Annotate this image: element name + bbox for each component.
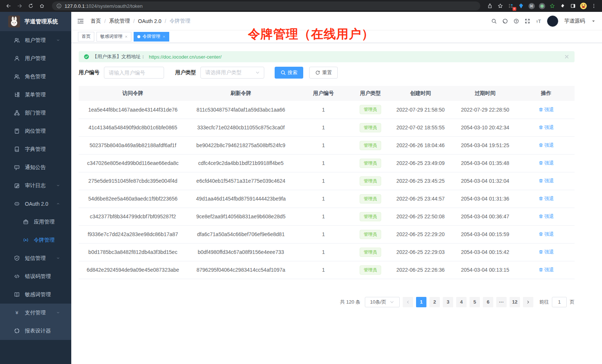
svg-text:A: A xyxy=(25,239,27,241)
puzzle-extension-icon[interactable] xyxy=(558,2,567,10)
address-bar[interactable]: 127.0.0.1:1024/system/oauth2/token xyxy=(52,1,480,10)
page-button-4[interactable]: 4 xyxy=(456,297,467,307)
prev-page-button[interactable] xyxy=(403,297,413,307)
chrome-menu-icon[interactable] xyxy=(589,2,598,10)
post-icon xyxy=(14,128,20,134)
share-icon[interactable] xyxy=(485,2,494,10)
font-size-icon[interactable]: TT xyxy=(536,19,541,24)
next-page-button[interactable] xyxy=(523,297,533,307)
svg-text:¥: ¥ xyxy=(15,310,19,315)
page-button-1[interactable]: 1 xyxy=(416,297,426,307)
breadcrumb-item[interactable]: OAuth 2.0 xyxy=(138,18,161,24)
sidebar-item-字典管理[interactable]: 字典管理 xyxy=(0,140,71,158)
user-type-badge: 管理员 xyxy=(360,176,381,186)
sidebar-item-岗位管理[interactable]: 岗位管理 xyxy=(0,122,71,140)
sidebar-item-角色管理[interactable]: 角色管理 xyxy=(0,67,71,86)
force-logout-button[interactable]: 强退 xyxy=(539,267,554,273)
force-logout-button[interactable]: 强退 xyxy=(539,249,554,255)
sidebar-item-审计日志[interactable]: 审计日志 xyxy=(0,176,71,195)
tab-close-icon[interactable] xyxy=(163,35,166,38)
sidebar-panel-icon[interactable] xyxy=(569,2,578,10)
kite-extension-icon[interactable] xyxy=(517,2,526,10)
sidebar-item-部门管理[interactable]: 部门管理 xyxy=(0,104,71,122)
force-logout-button[interactable]: 强退 xyxy=(539,142,554,149)
github-icon[interactable] xyxy=(503,19,508,24)
sidebar-item-label: 用户管理 xyxy=(25,55,65,62)
sidebar-toggle-icon[interactable] xyxy=(77,18,84,24)
tab-敏感词管理[interactable]: 敏感词管理 xyxy=(96,32,131,42)
user-type-cell: 管理员 xyxy=(352,119,389,136)
actions-cell: 强退 xyxy=(518,225,575,243)
sidebar-item-应用管理[interactable]: 应用管理 xyxy=(0,213,71,231)
user-id-input[interactable] xyxy=(104,67,164,79)
user-name[interactable]: 芋道源码 xyxy=(564,18,585,24)
user-type-select[interactable]: 请选择用户类型 xyxy=(200,67,264,79)
green-star-extension-icon[interactable] xyxy=(548,2,557,10)
app-title: 芋道管理系统 xyxy=(24,18,58,25)
extension-grid-icon[interactable]: 9 xyxy=(506,2,515,10)
sidebar-item-错误码管理[interactable]: 错误码管理 xyxy=(0,267,71,285)
force-logout-button[interactable]: 强退 xyxy=(539,231,554,238)
sidebar-item-label: 错误码管理 xyxy=(25,273,65,280)
profile-emoji-icon[interactable] xyxy=(579,2,588,10)
avatar[interactable] xyxy=(547,16,558,27)
back-icon[interactable] xyxy=(4,1,13,11)
forward-icon[interactable] xyxy=(15,1,24,11)
search-icon[interactable] xyxy=(491,19,497,24)
sidebar-item-用户管理[interactable]: 用户管理 xyxy=(0,49,71,67)
sidebar-item-OAuth 2.0[interactable]: OAuth 2.0 xyxy=(0,195,71,213)
sidebar-item-短信管理[interactable]: 短信管理 xyxy=(0,249,71,267)
reload-icon[interactable] xyxy=(26,1,36,11)
success-check-icon xyxy=(84,54,89,59)
breadcrumb-separator: / xyxy=(133,18,135,24)
help-icon[interactable] xyxy=(514,19,519,24)
page-more-button[interactable]: ··· xyxy=(496,297,507,307)
force-logout-button[interactable]: 强退 xyxy=(539,124,554,131)
alert-link[interactable]: https://doc.iocoder.cn/user-center/ xyxy=(149,54,222,60)
bookmark-star-icon[interactable] xyxy=(496,2,505,10)
goto-page-input[interactable] xyxy=(552,297,567,307)
alert-close-icon[interactable] xyxy=(564,54,569,59)
page-size-select[interactable]: 10条/页 xyxy=(365,297,400,307)
logo-bar[interactable]: 芋道管理系统 xyxy=(0,12,71,31)
actions-cell: 强退 xyxy=(518,208,575,225)
user-type-badge: 管理员 xyxy=(360,265,381,275)
force-logout-button[interactable]: 强退 xyxy=(539,195,554,202)
record-extension-icon[interactable] xyxy=(537,2,546,10)
sidebar-item-通知公告[interactable]: 通知公告 xyxy=(0,158,71,176)
home-icon[interactable] xyxy=(37,1,47,11)
fullscreen-icon[interactable] xyxy=(525,19,530,24)
page-button-2[interactable]: 2 xyxy=(429,297,440,307)
user-type-badge: 管理员 xyxy=(360,105,381,114)
tab-令牌管理[interactable]: 令牌管理 xyxy=(134,32,169,42)
force-logout-button[interactable]: 强退 xyxy=(539,160,554,166)
breadcrumb-item[interactable]: 首页 xyxy=(91,18,101,24)
sidebar-item-敏感词管理[interactable]: 敏感词管理 xyxy=(0,285,71,304)
breadcrumb-item[interactable]: 系统管理 xyxy=(109,18,130,24)
command-extension-icon[interactable]: ⌘ xyxy=(527,2,536,10)
page-button-3[interactable]: 3 xyxy=(443,297,453,307)
force-logout-button[interactable]: 强退 xyxy=(539,178,554,184)
sidebar-item-报表设计器[interactable]: 报表设计器 xyxy=(0,322,71,340)
sidebar-item-租户管理[interactable]: 租户管理 xyxy=(0,31,71,49)
table-row: c347026e805e4d99b0d116eae66eda8ccdfc4ce9… xyxy=(79,154,575,172)
user-type-badge: 管理员 xyxy=(360,248,381,257)
chevron-down-icon[interactable] xyxy=(591,19,596,24)
sidebar-item-令牌管理[interactable]: A令牌管理 xyxy=(0,231,71,249)
column-header: 用户类型 xyxy=(352,86,389,101)
page-button-6[interactable]: 6 xyxy=(483,297,493,307)
tab-close-icon[interactable] xyxy=(125,35,128,38)
user-id: 1 xyxy=(295,208,352,225)
sidebar-item-支付管理[interactable]: ¥支付管理 xyxy=(0,304,71,322)
force-logout-button[interactable]: 强退 xyxy=(539,213,554,220)
force-logout-button[interactable]: 强退 xyxy=(539,106,554,113)
info-icon[interactable] xyxy=(56,3,62,9)
page-button-12[interactable]: 12 xyxy=(510,297,520,307)
page-button-5[interactable]: 5 xyxy=(470,297,480,307)
search-button[interactable]: 搜索 xyxy=(275,67,303,79)
tab-首页[interactable]: 首页 xyxy=(78,32,94,42)
force-logout-label: 强退 xyxy=(544,178,554,184)
reset-button[interactable]: 重置 xyxy=(309,67,338,79)
sidebar-item-菜单管理[interactable]: 菜单管理 xyxy=(0,86,71,104)
annotation-text: 令牌管理（在线用户） xyxy=(248,26,374,43)
